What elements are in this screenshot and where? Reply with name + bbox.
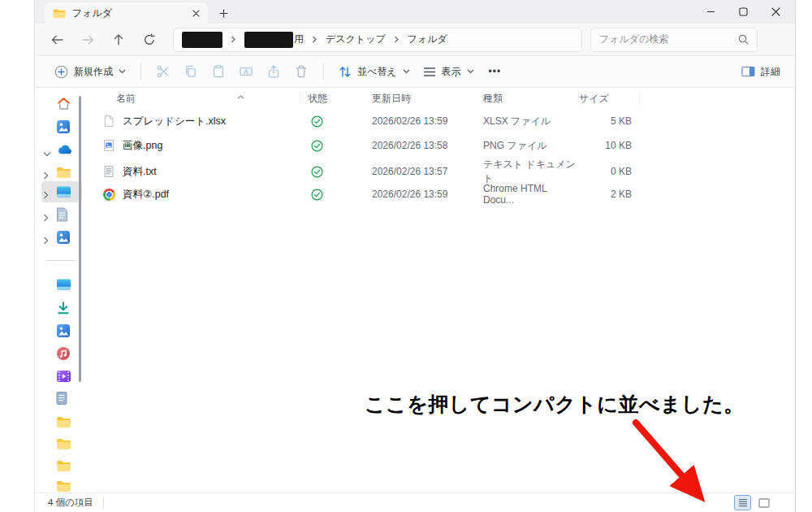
chevron-down-icon bbox=[119, 69, 126, 74]
sidebar bbox=[35, 88, 85, 492]
sidebar-item-desktop[interactable] bbox=[35, 181, 85, 202]
file-modified: 2026/02/26 13:57 bbox=[372, 166, 483, 177]
chevron-right-icon[interactable] bbox=[43, 233, 49, 248]
share-icon[interactable] bbox=[260, 59, 287, 85]
sidebar-item-pictures[interactable] bbox=[35, 227, 85, 248]
more-button[interactable]: ••• bbox=[481, 66, 510, 77]
column-header-status[interactable]: 状態 bbox=[300, 92, 372, 105]
sync-status-icon bbox=[311, 166, 323, 178]
file-type: テキスト ドキュメント bbox=[483, 158, 579, 185]
chevron-right-icon[interactable] bbox=[43, 210, 49, 225]
up-icon[interactable] bbox=[103, 28, 134, 52]
search-icon bbox=[738, 34, 749, 45]
breadcrumb-folder[interactable]: フォルダ bbox=[408, 33, 447, 46]
folder-icon bbox=[56, 416, 71, 428]
minimize-icon[interactable] bbox=[694, 2, 727, 23]
pictures-icon bbox=[56, 230, 71, 245]
sync-status-icon bbox=[311, 115, 323, 128]
view-button[interactable]: 表示 bbox=[417, 59, 481, 85]
sort-arrows-icon bbox=[339, 66, 352, 78]
file-row-1[interactable]: スプレッドシート.xlsx 2026/02/26 13:59 XLSX ファイル… bbox=[85, 109, 795, 133]
file-size: 2 KB bbox=[579, 189, 640, 200]
plus-circle-icon bbox=[54, 65, 68, 79]
icons-view-icon[interactable] bbox=[757, 496, 771, 510]
sidebar-item-downloads[interactable] bbox=[35, 297, 85, 319]
breadcrumb-desktop[interactable]: デスクトップ bbox=[326, 33, 386, 46]
folder-icon bbox=[56, 460, 71, 472]
breadcrumb-redacted-2[interactable]: 用 bbox=[244, 32, 304, 48]
sidebar-item-home[interactable] bbox=[35, 93, 85, 115]
address-bar[interactable]: 用 デスクトップ フォルダ bbox=[173, 28, 582, 52]
file-type: XLSX ファイル bbox=[483, 115, 579, 128]
refresh-icon[interactable] bbox=[134, 28, 165, 52]
pictures-icon bbox=[56, 323, 71, 338]
chevron-right-icon[interactable] bbox=[43, 188, 49, 202]
new-tab-button[interactable] bbox=[216, 6, 231, 20]
file-text-icon bbox=[102, 165, 115, 178]
documents-icon bbox=[56, 392, 67, 406]
toolbar-separator bbox=[323, 63, 324, 80]
sidebar-item-music[interactable] bbox=[35, 343, 85, 364]
file-modified: 2026/02/26 13:59 bbox=[372, 115, 483, 127]
tab-close-icon[interactable] bbox=[188, 6, 203, 20]
file-row-3[interactable]: 資料.txt 2026/02/26 13:57 テキスト ドキュメント 0 KB bbox=[85, 158, 795, 182]
details-button[interactable]: 詳細 bbox=[741, 65, 780, 79]
file-modified: 2026/02/26 13:59 bbox=[372, 189, 483, 200]
sidebar-item-folder[interactable] bbox=[35, 162, 85, 183]
file-row-4[interactable]: 資料②.pdf 2026/02/26 13:59 Chrome HTML Doc… bbox=[85, 182, 795, 206]
new-button[interactable]: 新規作成 bbox=[48, 59, 132, 85]
paste-icon[interactable] bbox=[205, 59, 232, 85]
sidebar-scrollbar[interactable] bbox=[79, 96, 81, 382]
list-view-icon[interactable] bbox=[734, 495, 751, 510]
chevron-down-icon bbox=[467, 69, 474, 74]
home-icon bbox=[56, 97, 71, 112]
file-name: スプレッドシート.xlsx bbox=[123, 115, 226, 128]
sidebar-item-folder-3[interactable] bbox=[35, 455, 85, 476]
sidebar-item-pictures-2[interactable] bbox=[35, 320, 85, 341]
column-header-modified[interactable]: 更新日時 bbox=[372, 92, 483, 105]
sidebar-item-documents-2[interactable] bbox=[35, 388, 85, 409]
column-header-name[interactable]: 名前 bbox=[102, 92, 300, 105]
sidebar-item-folder-1[interactable] bbox=[35, 411, 85, 432]
search-input[interactable]: フォルダの検索 bbox=[590, 28, 758, 52]
desktop-icon bbox=[56, 186, 71, 198]
sidebar-item-videos[interactable] bbox=[35, 366, 85, 387]
column-header-size[interactable]: サイズ bbox=[579, 92, 640, 105]
chevron-right-icon bbox=[231, 36, 236, 43]
sort-ascending-icon bbox=[237, 90, 244, 102]
chevron-down-icon[interactable] bbox=[43, 145, 51, 160]
file-row-2[interactable]: 画像.png 2026/02/26 13:58 PNG ファイル 10 KB bbox=[85, 133, 795, 158]
delete-icon[interactable] bbox=[287, 59, 315, 85]
chevron-right-icon[interactable] bbox=[43, 168, 49, 183]
sidebar-item-onedrive[interactable] bbox=[35, 139, 85, 160]
column-header-type[interactable]: 種類 bbox=[483, 92, 579, 105]
sidebar-item-desktop-2[interactable] bbox=[35, 274, 85, 295]
sidebar-item-gallery[interactable] bbox=[35, 116, 85, 137]
documents-icon bbox=[56, 207, 68, 222]
folder-icon bbox=[53, 8, 66, 19]
cut-icon[interactable] bbox=[149, 59, 177, 85]
item-count: 4 個の項目 bbox=[48, 497, 93, 509]
tab-folder[interactable]: フォルダ bbox=[45, 2, 208, 24]
folder-icon bbox=[56, 167, 71, 179]
music-icon bbox=[56, 346, 71, 361]
sidebar-item-folder-2[interactable] bbox=[35, 433, 85, 454]
sort-button[interactable]: 並べ替え bbox=[332, 59, 417, 85]
downloads-icon bbox=[56, 301, 71, 315]
copy-icon[interactable] bbox=[177, 59, 205, 85]
file-image-icon bbox=[102, 139, 115, 152]
window-controls bbox=[694, 0, 792, 24]
file-chrome-icon bbox=[103, 189, 115, 201]
search-placeholder: フォルダの検索 bbox=[599, 33, 738, 46]
back-icon[interactable] bbox=[41, 28, 72, 52]
close-icon[interactable] bbox=[759, 2, 792, 23]
forward-icon[interactable] bbox=[72, 28, 103, 52]
file-name: 画像.png bbox=[123, 139, 162, 153]
onedrive-icon bbox=[56, 144, 74, 156]
file-name: 資料②.pdf bbox=[123, 188, 169, 202]
maximize-icon[interactable] bbox=[727, 2, 759, 23]
folder-icon bbox=[56, 480, 71, 492]
file-modified: 2026/02/26 13:58 bbox=[372, 140, 483, 151]
sidebar-item-documents[interactable] bbox=[35, 204, 85, 225]
rename-icon[interactable] bbox=[232, 59, 260, 85]
